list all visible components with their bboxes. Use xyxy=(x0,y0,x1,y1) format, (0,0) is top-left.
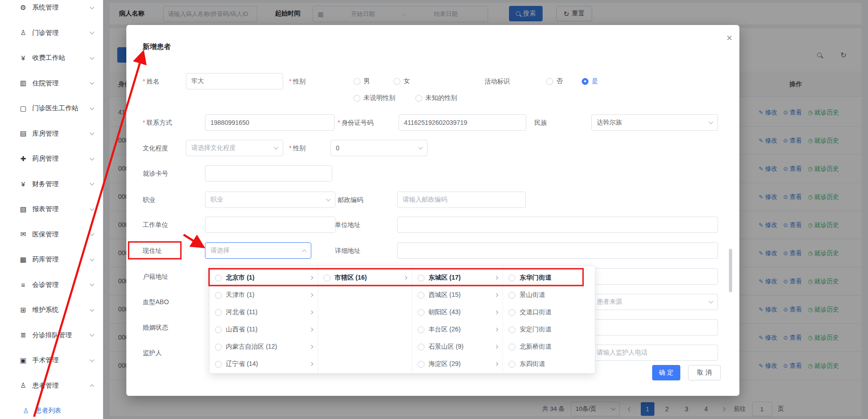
chevron-down-icon xyxy=(419,145,423,150)
gear-icon: ⚙ xyxy=(18,4,28,12)
cascader-option-active[interactable]: 东城区 (17) xyxy=(412,269,503,286)
chevron-down-icon xyxy=(90,5,95,9)
card-no-label: 就诊卡号 xyxy=(143,169,168,178)
right-column-input[interactable] xyxy=(591,268,718,285)
close-icon[interactable]: × xyxy=(723,31,736,45)
report-icon: ▧ xyxy=(18,205,28,213)
modal-scrollbar[interactable] xyxy=(729,249,732,292)
cascader-option[interactable]: 山西省 (11) xyxy=(210,321,318,338)
cascader-option[interactable]: 内蒙古自治区 (12) xyxy=(210,338,318,355)
education-label: 文化程度 xyxy=(143,143,168,153)
radio-gender-unstated[interactable]: 未说明性别 xyxy=(354,94,395,103)
sidebar-item-surgery-management[interactable]: ▣ 手术管理 xyxy=(0,348,103,373)
sidebar-item-label: 库房管理 xyxy=(32,129,90,138)
sidebar-item-report-management[interactable]: ▧ 报表管理 xyxy=(0,197,103,222)
sidebar-item-label: 门诊医生工作站 xyxy=(32,104,90,113)
sidebar-item-label: 报表管理 xyxy=(32,205,90,213)
sidebar-item-label: 分诊排队管理 xyxy=(32,331,90,340)
radio-female[interactable]: 女 xyxy=(394,77,410,86)
cascader-option[interactable]: 天津市 (1) xyxy=(210,286,318,304)
radio-gender-unknown[interactable]: 未知的性别 xyxy=(415,94,457,103)
occupation-select[interactable]: 职业 xyxy=(205,192,335,208)
sidebar-item-finance-management[interactable]: ¥ 财务管理 xyxy=(0,172,103,197)
sidebar-item-label: 手术管理 xyxy=(32,356,90,365)
cascader-option[interactable]: 安定门街道 xyxy=(503,321,595,338)
cascader-option[interactable]: 辽宁省 (14) xyxy=(210,355,318,373)
sidebar-item-label: 门诊管理 xyxy=(32,29,90,37)
detail-address-input[interactable] xyxy=(397,242,718,259)
medical-cross-icon: ✚ xyxy=(18,155,28,163)
cascader-option[interactable]: 北新桥街道 xyxy=(503,338,595,355)
work-unit-input[interactable] xyxy=(205,217,335,233)
right-column-input[interactable] xyxy=(591,319,718,335)
confirm-button[interactable]: 确 定 xyxy=(652,365,680,380)
cascader-city-column: 市辖区 (16) xyxy=(318,266,412,373)
radio-circle-icon xyxy=(215,275,222,281)
sidebar-item-pharmacy-management[interactable]: ✚ 药房管理 xyxy=(0,146,103,172)
guardian-phone-input[interactable]: 请输入监护人电话 xyxy=(591,345,718,361)
nation-select[interactable]: 达斡尔族 xyxy=(591,114,718,131)
sidebar-item-label: 维护系统 xyxy=(32,306,90,314)
cascader-option[interactable]: 朝阳区 (43) xyxy=(412,304,503,321)
sidebar-item-warehouse-management[interactable]: ▤ 库房管理 xyxy=(0,121,103,147)
cascader-option-active[interactable]: 北京市 (1) xyxy=(210,269,318,286)
chart-icon: ▥ xyxy=(18,79,28,87)
radio-yes[interactable]: 是 xyxy=(582,77,598,86)
sidebar-menu: ⚙ 系统管理 ♙ 门诊管理 ¥ 收费工作站 ▥ 住院管理 ▢ 门诊医生工作站 ▤… xyxy=(0,0,103,398)
cascader-option[interactable]: 交道口街道 xyxy=(503,304,595,321)
name-input[interactable]: 牢大 xyxy=(186,73,283,89)
cascader-option[interactable]: 丰台区 (26) xyxy=(412,321,503,338)
radio-circle-icon xyxy=(215,361,222,368)
sidebar-item-patient-list[interactable]: ♙ 患者列表 xyxy=(0,398,103,419)
name-label: *姓名 xyxy=(143,77,159,86)
sidebar-item-label: 住院管理 xyxy=(32,79,90,88)
monitor-icon: ▢ xyxy=(18,104,28,113)
address-cascader-dropdown: 北京市 (1) 天津市 (1) 河北省 (11) 山西省 (11) 内蒙古自治区… xyxy=(209,266,595,374)
sidebar-item-inpatient-management[interactable]: ▥ 住院管理 xyxy=(0,71,103,96)
radio-circle-icon xyxy=(418,361,424,368)
patient-icon: ♙ xyxy=(18,381,28,389)
postcode-input[interactable]: 请输入邮政编码 xyxy=(397,192,526,208)
chevron-right-icon xyxy=(494,276,498,280)
contact-input[interactable]: 19880991650 xyxy=(205,114,334,131)
sidebar-item-drug-storage-management[interactable]: ▦ 药库管理 xyxy=(0,247,103,272)
sidebar-item-maintenance-system[interactable]: ⊞ 维护系统 xyxy=(0,297,103,323)
radio-circle-icon xyxy=(418,344,424,350)
current-address-select[interactable]: 请选择 xyxy=(205,242,311,259)
chevron-down-icon xyxy=(709,120,713,124)
chevron-down-icon xyxy=(90,131,95,135)
unit-address-input[interactable] xyxy=(397,217,718,233)
active-flag-label: 活动标识 xyxy=(484,77,510,86)
sidebar-item-outpatient-management[interactable]: ♙ 门诊管理 xyxy=(0,20,103,46)
grid-icon: ▦ xyxy=(18,256,28,264)
contact-label: *联系方式 xyxy=(143,118,172,127)
radio-circle-icon xyxy=(215,344,222,350)
sidebar-item-triage-queue-management[interactable]: ≣ 分诊排队管理 xyxy=(0,323,103,348)
cascader-option[interactable]: 景山街道 xyxy=(503,286,595,304)
radio-male[interactable]: 男 xyxy=(354,77,370,86)
cascader-option[interactable]: 海淀区 (29) xyxy=(412,355,503,373)
cascader-option[interactable]: 西城区 (15) xyxy=(412,286,503,304)
chevron-down-icon xyxy=(90,55,95,59)
cascader-option-active[interactable]: 市辖区 (16) xyxy=(318,269,412,286)
detail-address-label: 详细地址 xyxy=(335,246,360,255)
sidebar-item-charge-workstation[interactable]: ¥ 收费工作站 xyxy=(0,45,103,71)
radio-no[interactable]: 否 xyxy=(546,77,563,86)
sidebar-item-insurance-management[interactable]: ✉ 医保管理 xyxy=(0,222,103,247)
idcard-input[interactable]: 411625192602039719 xyxy=(399,114,526,131)
patient-source-select[interactable]: 患者来源 xyxy=(591,294,718,310)
sidebar: ⚙ 系统管理 ♙ 门诊管理 ¥ 收费工作站 ▥ 住院管理 ▢ 门诊医生工作站 ▤… xyxy=(0,0,103,419)
sidebar-item-patient-management[interactable]: ♙ 患者管理 xyxy=(0,373,103,399)
chevron-down-icon xyxy=(90,30,95,35)
sidebar-item-consultation-management[interactable]: ≡ 会诊管理 xyxy=(0,272,103,298)
sidebar-item-system-management[interactable]: ⚙ 系统管理 xyxy=(0,0,103,20)
cancel-button[interactable]: 取 消 xyxy=(688,365,721,380)
sidebar-item-outpatient-doctor-workstation[interactable]: ▢ 门诊医生工作站 xyxy=(0,96,103,121)
cascader-option[interactable]: 河北省 (11) xyxy=(210,304,318,321)
cascader-option[interactable]: 东四街道 xyxy=(503,355,595,373)
cascader-option[interactable]: 石景山区 (9) xyxy=(412,338,503,355)
gender2-select[interactable]: 0 xyxy=(330,140,428,156)
cascader-option-active[interactable]: 东华门街道 xyxy=(503,269,595,286)
card-no-input[interactable] xyxy=(205,165,332,182)
education-select[interactable]: 请选择文化程度 xyxy=(186,140,283,156)
